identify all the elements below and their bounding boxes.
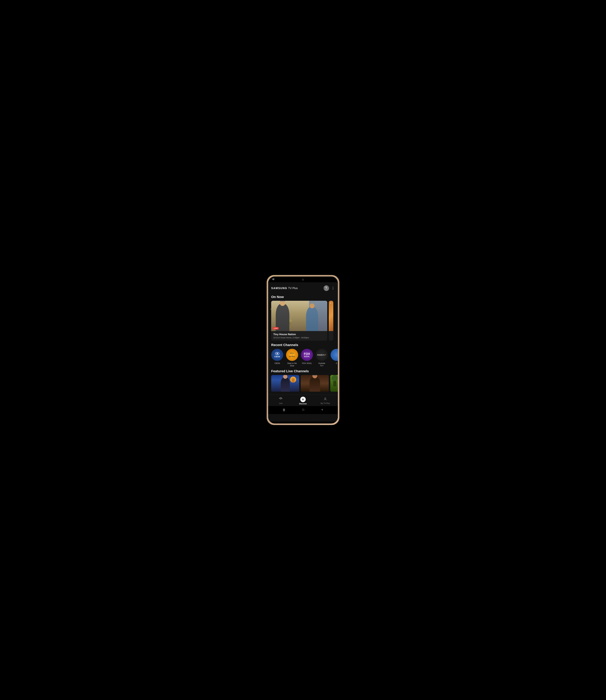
status-bar: [268, 277, 338, 282]
on-now-title: On Now: [268, 293, 338, 301]
svg-point-2: [325, 398, 326, 399]
channel-logo-cbsn: CBSN: [271, 349, 283, 361]
channel-item-cbsn[interactable]: CBSN CBSN: [271, 349, 283, 367]
channel-name-foxsoul: FOX SOUL: [302, 362, 312, 365]
samsung-text: SAMSUNG: [271, 287, 287, 290]
discover-icon-active: ⊕: [300, 397, 306, 402]
system-nav-bar: ||| □ <: [268, 406, 338, 414]
home-button[interactable]: □: [302, 408, 304, 411]
nav-label-mytvplus: My TV Plus: [321, 402, 330, 404]
recent-apps-button[interactable]: |||: [283, 408, 285, 411]
live-icon: [279, 397, 283, 402]
nav-label-live: Live: [279, 402, 282, 404]
back-button[interactable]: <: [322, 408, 323, 411]
feat-person-1: [281, 377, 290, 392]
now-card-meta: S3 E14 Smart Home | 3:00pm - 04:00pm: [273, 336, 325, 339]
user-avatar[interactable]: [323, 285, 329, 291]
channel-name-deal: Deal or NoDeal: [287, 362, 297, 367]
channel-name-cbsn: CBSN: [275, 362, 280, 365]
now-card-info: Tiny House Nation S3 E14 Smart Home | 3:…: [271, 331, 327, 341]
channel-logo-deal: DEAL or NO DEAL: [286, 349, 298, 361]
camera-notch: [302, 279, 304, 281]
on-now-scroll[interactable]: LIVE Tiny House Nation S3 E14 Smart Home…: [268, 301, 338, 341]
main-scroll-area[interactable]: SAMSUNG TV Plus ⋮ On: [268, 282, 338, 422]
nav-label-discover: Discover: [299, 403, 307, 405]
channel-item-foxsoul[interactable]: FOX SOUL FOX SOUL: [301, 349, 313, 367]
phone-frame: SAMSUNG TV Plus ⋮ On: [266, 275, 340, 425]
featured-channels-title: Featured Live Channels: [268, 367, 338, 375]
now-card-peek[interactable]: L N: [329, 301, 333, 341]
channel-logo-foxsoul: FOX SOUL: [301, 349, 313, 361]
bottom-nav: Live ⊕ Discover My TV Plus: [268, 395, 338, 406]
channel-name-unknown: C: [336, 362, 337, 365]
channels-scroll[interactable]: CBSN CBSN DEAL or NO DEAL Deal or NoDe: [268, 349, 338, 367]
nav-item-discover[interactable]: ⊕ Discover: [297, 397, 309, 405]
now-card-title: Tiny House Nation: [273, 333, 325, 336]
peek-thumbnail: L N: [329, 301, 333, 331]
header-actions: ⋮: [323, 285, 335, 291]
avatar-image: [324, 286, 329, 291]
svg-point-1: [280, 398, 281, 399]
nav-item-mytvplus[interactable]: My TV Plus: [319, 397, 331, 404]
featured-thumb-2: [301, 375, 329, 392]
phone-screen: SAMSUNG TV Plus ⋮ On: [268, 277, 338, 423]
featured-thumb-1: [271, 375, 299, 392]
featured-card-2[interactable]: [301, 375, 329, 392]
now-card-thumbnail: LIVE: [271, 301, 327, 331]
live-badge: LIVE: [273, 327, 279, 330]
wifi-icon: [272, 278, 275, 281]
channel-logo-outsidetv: Outside tv ✦: [316, 349, 328, 361]
person-icon: [323, 397, 327, 402]
brand-logo: SAMSUNG TV Plus: [271, 287, 298, 290]
tvplus-text: TV Plus: [288, 287, 298, 290]
nav-item-live[interactable]: Live: [275, 397, 287, 404]
channel-item-unknown[interactable]: C: [331, 349, 338, 367]
now-card-tiny-house[interactable]: LIVE Tiny House Nation S3 E14 Smart Home…: [271, 301, 327, 341]
channel-name-outsidetv: OutsideTV+: [319, 362, 325, 367]
recent-channels-title: Recent Channels: [268, 341, 338, 349]
feat-person-2: [309, 376, 320, 392]
more-menu-button[interactable]: ⋮: [331, 286, 335, 290]
app-header: SAMSUNG TV Plus ⋮: [268, 282, 338, 293]
channel-item-outsidetv[interactable]: Outside tv ✦ OutsideTV+: [316, 349, 328, 367]
channel-logo-unknown: [331, 349, 338, 361]
discover-icon: ⊕: [302, 398, 304, 401]
svg-point-0: [325, 287, 327, 289]
channel-item-deal[interactable]: DEAL or NO DEAL Deal or NoDeal: [286, 349, 298, 367]
featured-channels-grid[interactable]: [268, 375, 338, 392]
featured-card-1[interactable]: [271, 375, 299, 392]
featured-card-3[interactable]: [330, 375, 338, 392]
